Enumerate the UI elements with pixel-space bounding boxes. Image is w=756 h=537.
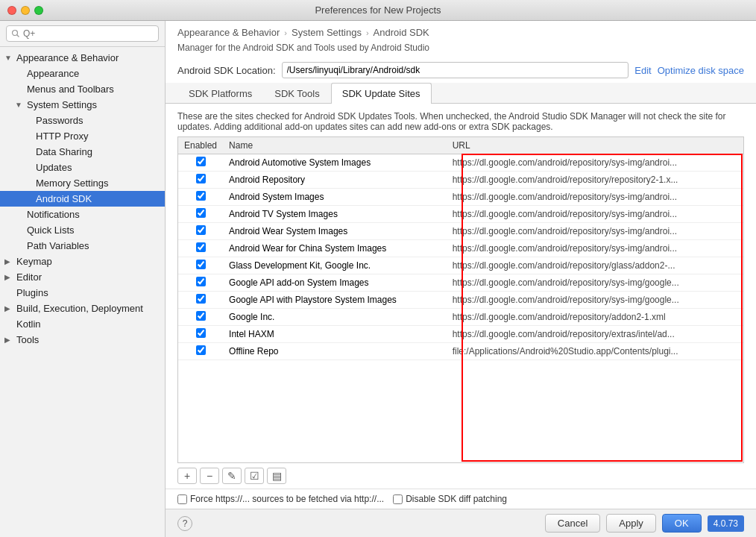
cancel-button[interactable]: Cancel <box>545 514 600 533</box>
sidebar-item-label: Tools <box>16 334 39 345</box>
sdk-location-input[interactable] <box>282 62 629 78</box>
table-row[interactable]: Offline Repofile:/Applications/Android%2… <box>178 343 743 360</box>
add-row-button[interactable]: + <box>177 468 197 484</box>
help-button[interactable]: ? <box>177 516 192 531</box>
sidebar-item-label: Appearance & Behavior <box>16 52 119 63</box>
table-row[interactable]: Android System Imageshttps://dl.google.c… <box>178 189 743 206</box>
sidebar-item-label: Keymap <box>16 256 52 267</box>
cell-enabled <box>178 189 223 206</box>
footer-left: ? <box>177 516 539 531</box>
sidebar-item-notifications[interactable]: ▶Notifications <box>0 207 165 222</box>
cell-name: Intel HAXM <box>223 326 447 343</box>
sidebar-item-passwords[interactable]: ▶Passwords <box>0 113 165 128</box>
disable-diff-label[interactable]: Disable SDK diff patching <box>393 494 507 504</box>
force-https-label[interactable]: Force https://... sources to be fetched … <box>177 494 384 504</box>
row-checkbox[interactable] <box>196 311 206 321</box>
arrow-icon: ▶ <box>4 336 12 344</box>
ok-button[interactable]: OK <box>662 514 702 533</box>
table-row[interactable]: Android TV System Imageshttps://dl.googl… <box>178 206 743 223</box>
row-checkbox[interactable] <box>196 294 206 304</box>
sidebar-item-label: Appearance <box>27 68 79 79</box>
cell-name: Google API add-on System Images <box>223 274 447 292</box>
cell-enabled <box>178 309 223 326</box>
table-row[interactable]: Android Repositoryhttps://dl.google.com/… <box>178 172 743 189</box>
cell-url: https://dl.google.com/android/repository… <box>447 309 743 326</box>
sidebar-item-build-execution[interactable]: ▶Build, Execution, Deployment <box>0 301 165 316</box>
table-row[interactable]: Google API add-on System Imageshttps://d… <box>178 274 743 292</box>
row-checkbox[interactable] <box>196 277 206 286</box>
row-checkbox[interactable] <box>196 260 206 269</box>
force-https-text: Force https://... sources to be fetched … <box>190 494 384 504</box>
row-checkbox[interactable] <box>196 242 206 252</box>
sdk-update-sites-table[interactable]: Enabled Name URL Android Automotive Syst… <box>177 136 744 463</box>
apply-button[interactable]: Apply <box>606 514 656 533</box>
table-row[interactable]: Android Wear System Imageshttps://dl.goo… <box>178 223 743 240</box>
search-input[interactable] <box>6 25 159 42</box>
close-button[interactable] <box>7 6 16 15</box>
sidebar-item-android-sdk[interactable]: ▶Android SDK <box>0 191 165 207</box>
tab-sdk-tools[interactable]: SDK Tools <box>263 83 330 104</box>
remove-row-button[interactable]: − <box>200 468 219 484</box>
minimize-button[interactable] <box>21 6 30 15</box>
cell-name: Google API with Playstore System Images <box>223 292 447 309</box>
optimize-disk-button[interactable]: Optimize disk space <box>658 65 744 76</box>
sidebar-item-updates[interactable]: ▶Updates <box>0 160 165 175</box>
cell-url: https://dl.google.com/android/repository… <box>447 240 743 257</box>
disable-diff-checkbox[interactable] <box>393 494 403 504</box>
cell-name: Android TV System Images <box>223 206 447 223</box>
sidebar-item-http-proxy[interactable]: ▶HTTP Proxy <box>0 128 165 144</box>
edit-button[interactable]: Edit <box>634 65 651 76</box>
table-row[interactable]: Glass Development Kit, Google Inc.https:… <box>178 257 743 274</box>
table-row[interactable]: Android Wear for China System Imageshttp… <box>178 240 743 257</box>
sidebar-item-label: Data Sharing <box>36 146 92 157</box>
cell-url: https://dl.google.com/android/repository… <box>447 326 743 343</box>
cell-enabled <box>178 292 223 309</box>
sidebar-item-quick-lists[interactable]: ▶Quick Lists <box>0 222 165 238</box>
breadcrumb: Appearance & Behavior › System Settings … <box>166 21 756 41</box>
tab-sdk-update-sites[interactable]: SDK Update Sites <box>331 83 432 104</box>
window-controls <box>7 6 43 15</box>
row-checkbox[interactable] <box>196 345 206 355</box>
table-row[interactable]: Android Automotive System Imageshttps://… <box>178 154 743 172</box>
sidebar-item-keymap[interactable]: ▶Keymap <box>0 254 165 269</box>
breadcrumb-part-1: Appearance & Behavior <box>177 27 280 38</box>
table-toolbar: + − ✎ ☑ ▤ <box>166 463 756 489</box>
force-https-checkbox[interactable] <box>177 494 187 504</box>
table-row[interactable]: Google API with Playstore System Imagesh… <box>178 292 743 309</box>
sites-table: Enabled Name URL Android Automotive Syst… <box>178 137 743 360</box>
table-row[interactable]: Google Inc.https://dl.google.com/android… <box>178 309 743 326</box>
maximize-button[interactable] <box>34 6 43 15</box>
sidebar-item-kotlin[interactable]: ▶Kotlin <box>0 316 165 332</box>
sidebar-item-editor[interactable]: ▶Editor <box>0 269 165 285</box>
edit-row-button[interactable]: ✎ <box>222 468 242 484</box>
row-checkbox[interactable] <box>196 225 206 235</box>
sidebar-item-tools[interactable]: ▶Tools <box>0 332 165 348</box>
row-checkbox[interactable] <box>196 157 206 166</box>
sidebar-item-system-settings[interactable]: ▼System Settings <box>0 97 165 113</box>
sidebar-item-label: System Settings <box>27 99 97 110</box>
col-name: Name <box>223 137 447 154</box>
cell-name: Android Wear for China System Images <box>223 240 447 257</box>
row-checkbox[interactable] <box>196 328 206 338</box>
sidebar-item-memory-settings[interactable]: ▶Memory Settings <box>0 175 165 191</box>
check-all-button[interactable]: ☑ <box>245 468 264 484</box>
sidebar-item-label: Notifications <box>27 209 80 220</box>
tab-sdk-platforms[interactable]: SDK Platforms <box>177 83 263 104</box>
sidebar-item-data-sharing[interactable]: ▶Data Sharing <box>0 144 165 160</box>
arrow-icon: ▶ <box>4 257 12 266</box>
sidebar-item-label: Android SDK <box>36 193 92 204</box>
sidebar-item-appearance[interactable]: ▶Appearance <box>0 66 165 81</box>
cell-url: https://dl.google.com/android/repository… <box>447 292 743 309</box>
cell-name: Google Inc. <box>223 309 447 326</box>
table-row[interactable]: Intel HAXMhttps://dl.google.com/android/… <box>178 326 743 343</box>
cell-name: Android Wear System Images <box>223 223 447 240</box>
uncheck-all-button[interactable]: ▤ <box>267 468 286 484</box>
sidebar-item-plugins[interactable]: ▶Plugins <box>0 285 165 301</box>
row-checkbox[interactable] <box>196 174 206 183</box>
disable-diff-text: Disable SDK diff patching <box>406 494 507 504</box>
sidebar-item-path-variables[interactable]: ▶Path Variables <box>0 238 165 254</box>
sidebar-item-appearance-behavior[interactable]: ▼Appearance & Behavior <box>0 50 165 66</box>
row-checkbox[interactable] <box>196 208 206 218</box>
sidebar-item-menus-toolbars[interactable]: ▶Menus and Toolbars <box>0 81 165 97</box>
row-checkbox[interactable] <box>196 191 206 201</box>
